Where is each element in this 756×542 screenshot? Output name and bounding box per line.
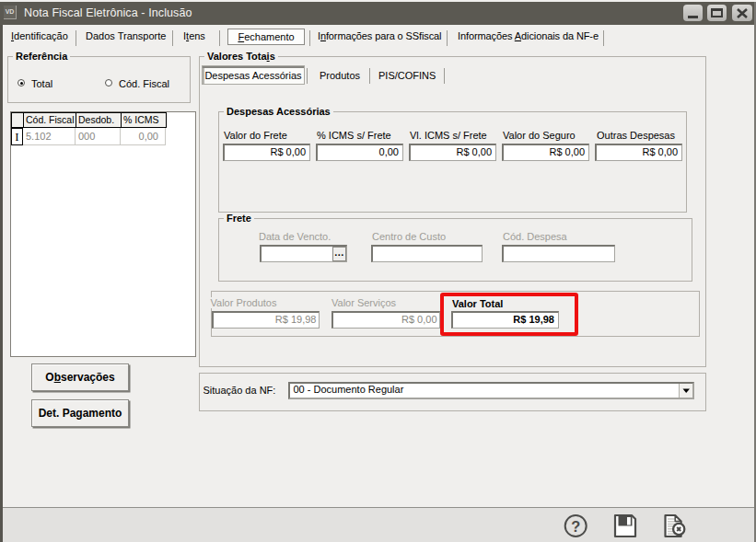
svg-text:?: ? — [571, 518, 580, 535]
